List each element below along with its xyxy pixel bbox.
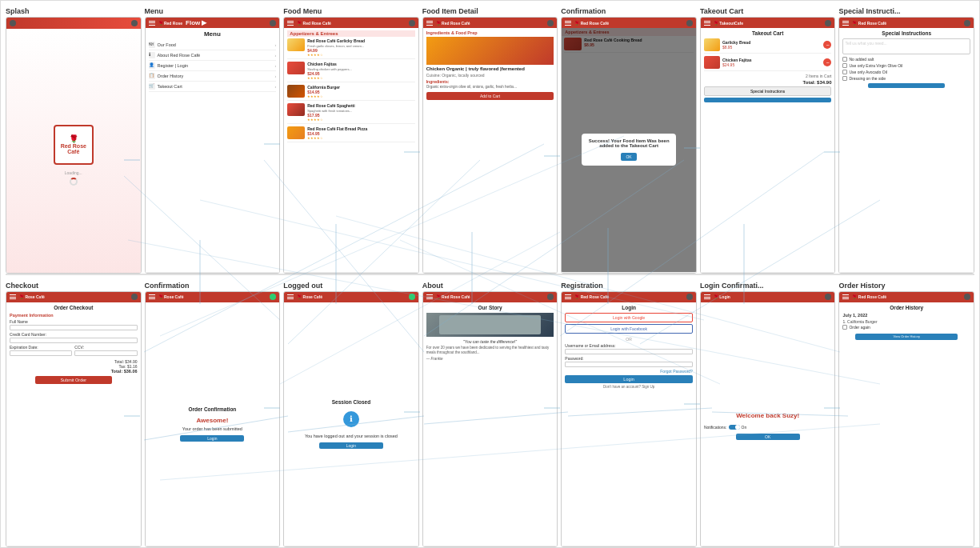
cart-item-bread: Garlicky Bread $8.95 − [704,38,832,54]
special-instr-submit-bar[interactable] [868,83,945,88]
cart-chicken-img [704,56,720,69]
screen-food-detail: Food Item Detail 🌹 Red Rose Café Ingredi… [422,7,558,274]
forgot-password-link[interactable]: Forgot Password? [565,369,693,374]
menu-flow-text: Flow ▶ [186,19,206,26]
food-detail-content: Ingredients & Food Prep Chicken Organic … [423,28,558,272]
checkbox-4[interactable] [842,76,847,81]
order-conf-btn-area: Login [180,435,244,442]
pizza-stars: ★★★★☆ [307,136,415,140]
checkout-title: Order Checkout [10,305,138,310]
awesome-text: Awesome! [196,417,228,424]
food-detail-logo: 🌹 Red Rose Café [436,21,470,26]
logged-out-app-header: 🌹 Rose Café [284,292,418,302]
food-item-pizza[interactable]: Red Rose Café Flat Bread Pizza $14.95 ★★… [287,126,415,142]
spaghetti-stars: ★★★★☆ [307,118,415,122]
screen-about: About 🌹 Red Rose Café Our Story [422,282,558,548]
food-item-burger[interactable]: California Burger $14.95 ★★★★☆ [287,85,415,101]
checkbox-1[interactable] [842,57,847,62]
login-button[interactable]: Login [565,375,693,383]
screen-checkout: Checkout 🌹 Rose Café Order Checkout Paym… [6,282,142,548]
menu-item-cart[interactable]: 🛒 Takeout Cart › [149,82,277,92]
menu-item-register[interactable]: 👤 Register | Login › [149,61,277,71]
checkout-nav-circle [131,294,138,300]
about-arrow: › [274,53,276,58]
submit-order-button[interactable]: Submit Order [35,376,112,384]
takeout-cart-nav-circle [825,20,831,26]
register-link[interactable]: Don't have an account? Sign Up [565,385,693,389]
view-order-history-btn[interactable]: View Order History [855,334,958,340]
session-closed-icon: ℹ [343,411,359,427]
special-instr-input[interactable]: Tell us what you need... [842,38,970,54]
registration-label: Registration [561,282,697,290]
cart-items-count: 2 Items in Cart [704,74,832,78]
login-conf-bottom-nav: CA [701,546,835,547]
username-input[interactable] [565,349,693,354]
about-quote: "You can taste the difference!" [426,339,554,344]
order-again-checkbox[interactable] [842,325,847,330]
cart-chicken-remove[interactable]: − [823,58,831,66]
our-food-text: Our Food [158,42,176,47]
checkbox-2[interactable] [842,63,847,68]
special-instr-logo: 🌹 Red Rose Café [852,21,886,26]
takeout-cart-content: Takeout Cart Garlicky Bread $8.95 − Chic… [701,28,835,272]
cart-submit-bar[interactable] [704,98,832,102]
checkbox-label-3: Use only Avocado Oil [849,70,886,74]
takeout-cart-frame: 🌹 TakeoutCafe Takeout Cart Garlicky Brea… [700,17,836,274]
menu-item-history[interactable]: 📋 Order History › [149,71,277,82]
checkbox-3[interactable] [842,70,847,74]
about-text: For over 20 years we have been dedicated… [426,346,554,356]
splash-frame: 🌹 Red RoseCafé Loading... ⌂ CA [6,17,142,274]
cc-input[interactable] [10,338,138,343]
order-conf-btn[interactable]: Login [207,436,217,441]
checkout-frame: 🌹 Rose Café Order Checkout Payment Infor… [6,291,142,548]
password-label: Password: [565,356,693,361]
food-item-spaghetti[interactable]: Red Rose Café Spaghetti Spaghetti with f… [287,103,415,124]
logged-out-bottom-nav: VA [284,546,418,547]
ccv-input[interactable] [74,350,137,356]
order-conf-bottom-nav: VA [146,546,280,547]
cart-bread-remove[interactable]: − [823,41,831,49]
about-content: Our Story "You can taste the difference!… [423,302,558,546]
special-instr-title: Special Instructions [842,30,970,36]
login-conf-hamburger [704,294,710,299]
add-to-cart-button[interactable]: Add to Cart [426,92,554,100]
special-instr-hamburger [842,21,849,26]
login-conf-frame: 🌹 Login Welcome back Suzy! Notifications… [700,291,836,548]
confirmation-overlay: Success! Your Food Item Was been added t… [562,28,696,272]
notification-toggle-track[interactable] [729,425,740,430]
history-icon: 📋 [149,73,155,79]
food-menu-app-header: 🌹 Red Rose Café [284,18,418,28]
fullname-input[interactable] [10,325,138,330]
registration-app-header: 🌹 Red Rose Café [562,292,696,302]
food-detail-ingredients: Organic extra-virgin olive oil, onions, … [426,85,554,90]
order-item-1: 1. California Burger [842,319,970,324]
welcome-back-text: Welcome back Suzy! [736,412,799,419]
login-conf-content: Welcome back Suzy! Notifications: On OK [701,302,835,546]
food-item-chicken[interactable]: Chicken Fajitas Sizzling chicken with pe… [287,62,415,82]
logged-out-btn[interactable]: Login [346,443,356,448]
google-login-button[interactable]: Login with Google [565,313,693,322]
screen-takeout-cart: Takeout Cart 🌹 TakeoutCafe Takeout Cart … [700,7,836,274]
menu-item-our-food[interactable]: 🍽 Our Food › [149,40,277,50]
order-history-content: Order History July 1, 2022 1. California… [839,302,974,546]
menu-content: Menu 🍽 Our Food › ℹ About Red Rose Café … [146,28,280,272]
food-item-bread[interactable]: Red Rose Café Garlicky Bread Fresh garli… [287,38,415,59]
order-date: July 1, 2022 [842,313,970,318]
login-conf-ok-btn[interactable]: OK [765,434,770,439]
cart-bread-price: $8.95 [722,45,822,50]
checkout-grand-total: Total: $36.06 [10,369,138,374]
menu-item-about[interactable]: ℹ About Red Rose Café › [149,50,277,61]
splash-circle-icon [131,20,138,26]
special-instructions-button[interactable]: Special Instructions [704,86,832,96]
confirmation-logo: 🌹 Red Rose Café [574,21,609,26]
facebook-login-button[interactable]: Login with Facebook [565,324,693,334]
password-input[interactable] [565,362,693,367]
fullname-label: Full Name [10,319,138,324]
order-conf-content: Order Confirmation Awesome! Your order h… [146,302,280,546]
exp-input[interactable] [10,350,72,356]
checkbox-row-4: Dressing on the side [842,76,970,81]
confirmation-ok-button[interactable]: OK [621,153,636,161]
registration-frame: 🌹 Red Rose Café Login Login with Google … [561,291,697,548]
screen-special-instructions: Special Instructi... 🌹 Red Rose Café Spe… [838,7,974,274]
notification-toggle: Notifications: On [704,425,832,430]
